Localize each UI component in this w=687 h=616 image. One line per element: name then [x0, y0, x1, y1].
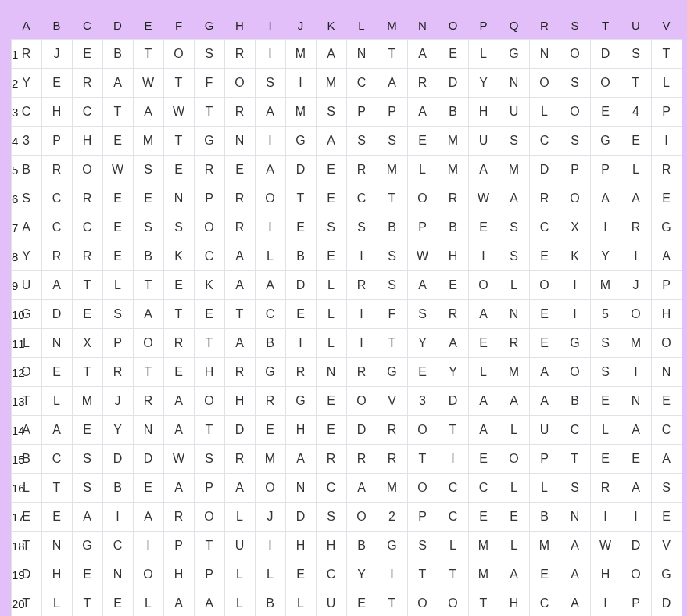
cell-S20[interactable]: A	[560, 589, 590, 617]
cell-L10[interactable]: I	[346, 300, 377, 329]
cell-Q2[interactable]: N	[499, 69, 529, 98]
cell-L14[interactable]: D	[346, 416, 377, 445]
cell-R8[interactable]: E	[529, 242, 560, 271]
cell-T15[interactable]: E	[590, 445, 621, 474]
cell-I8[interactable]: L	[255, 242, 285, 271]
cell-I13[interactable]: R	[255, 387, 285, 416]
cell-S15[interactable]: T	[560, 445, 590, 474]
cell-C18[interactable]: G	[72, 532, 102, 560]
cell-D19[interactable]: N	[102, 560, 133, 589]
cell-O11[interactable]: A	[438, 329, 468, 358]
cell-J16[interactable]: N	[285, 474, 316, 503]
cell-F19[interactable]: H	[163, 560, 194, 589]
cell-G20[interactable]: A	[194, 589, 224, 617]
cell-P8[interactable]: I	[468, 242, 499, 271]
cell-V13[interactable]: E	[651, 387, 682, 416]
cell-T3[interactable]: E	[590, 98, 621, 127]
cell-R7[interactable]: C	[529, 213, 560, 242]
cell-T17[interactable]: I	[590, 503, 621, 532]
cell-K13[interactable]: E	[316, 387, 346, 416]
cell-P7[interactable]: E	[468, 213, 499, 242]
cell-J1[interactable]: M	[285, 40, 316, 69]
cell-R2[interactable]: O	[529, 69, 560, 98]
cell-V11[interactable]: O	[651, 329, 682, 358]
cell-B6[interactable]: C	[41, 184, 72, 213]
cell-K17[interactable]: S	[316, 503, 346, 532]
cell-H5[interactable]: E	[224, 156, 255, 184]
cell-G1[interactable]: S	[194, 40, 224, 69]
cell-F16[interactable]: A	[163, 474, 194, 503]
cell-M6[interactable]: T	[377, 184, 407, 213]
cell-O19[interactable]: T	[438, 560, 468, 589]
cell-G13[interactable]: O	[194, 387, 224, 416]
cell-R5[interactable]: D	[529, 156, 560, 184]
cell-S2[interactable]: S	[560, 69, 590, 98]
cell-D6[interactable]: E	[102, 184, 133, 213]
cell-N12[interactable]: E	[407, 358, 438, 387]
cell-P10[interactable]: A	[468, 300, 499, 329]
cell-P4[interactable]: U	[468, 127, 499, 156]
cell-B5[interactable]: R	[41, 156, 72, 184]
cell-N14[interactable]: O	[407, 416, 438, 445]
cell-D15[interactable]: D	[102, 445, 133, 474]
cell-O4[interactable]: M	[438, 127, 468, 156]
cell-I9[interactable]: A	[255, 271, 285, 300]
cell-K5[interactable]: E	[316, 156, 346, 184]
cell-N17[interactable]: P	[407, 503, 438, 532]
cell-S17[interactable]: N	[560, 503, 590, 532]
cell-B4[interactable]: P	[41, 127, 72, 156]
cell-U14[interactable]: A	[621, 416, 651, 445]
cell-C20[interactable]: T	[72, 589, 102, 617]
cell-U9[interactable]: J	[621, 271, 651, 300]
cell-T20[interactable]: I	[590, 589, 621, 617]
cell-J9[interactable]: D	[285, 271, 316, 300]
cell-D5[interactable]: W	[102, 156, 133, 184]
cell-J2[interactable]: I	[285, 69, 316, 98]
cell-M4[interactable]: S	[377, 127, 407, 156]
cell-U15[interactable]: E	[621, 445, 651, 474]
cell-E4[interactable]: M	[133, 127, 163, 156]
cell-R19[interactable]: E	[529, 560, 560, 589]
cell-M19[interactable]: I	[377, 560, 407, 589]
cell-F17[interactable]: R	[163, 503, 194, 532]
cell-N16[interactable]: O	[407, 474, 438, 503]
cell-B10[interactable]: D	[41, 300, 72, 329]
cell-L15[interactable]: R	[346, 445, 377, 474]
cell-D14[interactable]: Y	[102, 416, 133, 445]
cell-O15[interactable]: I	[438, 445, 468, 474]
cell-V14[interactable]: C	[651, 416, 682, 445]
cell-F2[interactable]: T	[163, 69, 194, 98]
cell-I11[interactable]: B	[255, 329, 285, 358]
cell-T4[interactable]: G	[590, 127, 621, 156]
cell-O8[interactable]: H	[438, 242, 468, 271]
cell-B7[interactable]: C	[41, 213, 72, 242]
cell-G2[interactable]: F	[194, 69, 224, 98]
cell-K16[interactable]: C	[316, 474, 346, 503]
cell-R13[interactable]: A	[529, 387, 560, 416]
cell-C10[interactable]: E	[72, 300, 102, 329]
cell-M1[interactable]: T	[377, 40, 407, 69]
cell-P6[interactable]: W	[468, 184, 499, 213]
cell-K12[interactable]: N	[316, 358, 346, 387]
cell-E1[interactable]: T	[133, 40, 163, 69]
cell-H10[interactable]: T	[224, 300, 255, 329]
cell-F10[interactable]: T	[163, 300, 194, 329]
cell-J4[interactable]: G	[285, 127, 316, 156]
cell-T13[interactable]: E	[590, 387, 621, 416]
cell-G9[interactable]: K	[194, 271, 224, 300]
cell-P12[interactable]: L	[468, 358, 499, 387]
cell-L1[interactable]: N	[346, 40, 377, 69]
cell-H12[interactable]: R	[224, 358, 255, 387]
cell-Q7[interactable]: S	[499, 213, 529, 242]
cell-V4[interactable]: I	[651, 127, 682, 156]
cell-D12[interactable]: R	[102, 358, 133, 387]
cell-B9[interactable]: A	[41, 271, 72, 300]
cell-C12[interactable]: T	[72, 358, 102, 387]
cell-L17[interactable]: O	[346, 503, 377, 532]
cell-V5[interactable]: R	[651, 156, 682, 184]
cell-T18[interactable]: W	[590, 532, 621, 560]
cell-R10[interactable]: E	[529, 300, 560, 329]
cell-J5[interactable]: D	[285, 156, 316, 184]
cell-Q17[interactable]: E	[499, 503, 529, 532]
cell-P5[interactable]: A	[468, 156, 499, 184]
